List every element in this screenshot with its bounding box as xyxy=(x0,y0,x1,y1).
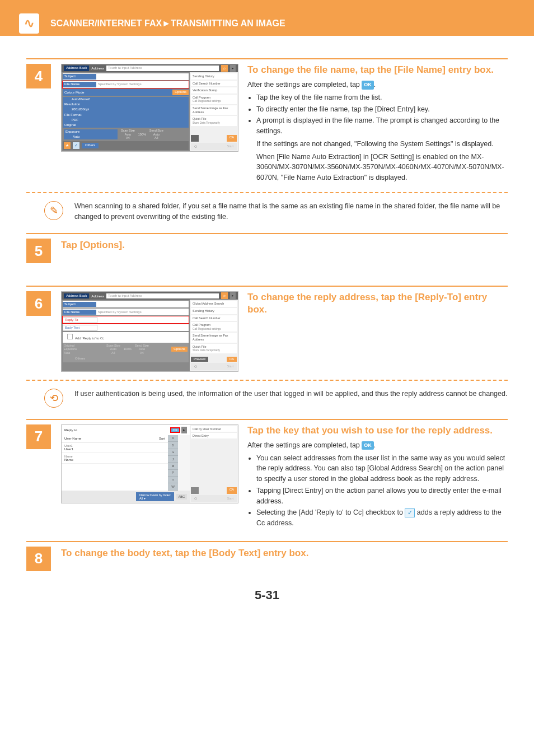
resolution-value: 200x200dpi xyxy=(63,107,189,112)
expand-icon[interactable]: ▸ xyxy=(181,427,187,433)
direct-entry[interactable]: Direct Entry xyxy=(191,433,237,438)
star-icon[interactable]: ★ xyxy=(64,142,71,149)
options-button[interactable]: Options xyxy=(172,90,189,95)
user-row[interactable]: User1User1 xyxy=(62,442,168,453)
divider xyxy=(26,419,508,420)
call-by-user-number[interactable]: Call by User Number xyxy=(191,426,237,432)
call-program[interactable]: Call ProgramCall Registered settings xyxy=(191,95,237,104)
global-address-search[interactable]: Global Address Search xyxy=(191,301,237,307)
subject-input[interactable] xyxy=(96,304,189,305)
call-search-number[interactable]: Call Search Number xyxy=(191,81,237,87)
step-6-title: To change the reply address, tap the [Re… xyxy=(247,291,508,316)
ok-icon: OK xyxy=(362,81,374,90)
others-button[interactable]: Others xyxy=(82,143,99,148)
verification-stamp[interactable]: Verification Stamp xyxy=(191,87,237,94)
bodytext-input[interactable] xyxy=(97,327,189,328)
colour-mode-label: Colour Mode xyxy=(63,90,86,95)
ok-icon: OK xyxy=(362,441,374,450)
username-header: User Name xyxy=(64,437,81,440)
ca-button[interactable]: CA xyxy=(227,487,237,494)
address-input[interactable]: Touch to input Address xyxy=(106,293,219,298)
address-book-tab[interactable]: Address Book xyxy=(64,293,89,298)
expand-icon[interactable]: ▸ xyxy=(230,65,236,72)
top-orange-strip xyxy=(0,0,534,11)
filename-input[interactable]: Specified by System Settings xyxy=(96,82,189,87)
original-label: Original xyxy=(63,123,189,128)
others-button[interactable]: Others xyxy=(64,357,85,361)
ok-button[interactable]: OK xyxy=(170,427,181,433)
call-program[interactable]: Call ProgramCall Registered settings xyxy=(191,322,237,332)
checkbox-icon: ✓ xyxy=(405,508,415,517)
narrow-down-button[interactable]: Narrow Down by IndexAll ▾ xyxy=(136,492,174,501)
exposure-label: Exposure xyxy=(64,129,118,134)
step-number: 5 xyxy=(26,239,51,263)
subject-input[interactable] xyxy=(96,76,189,77)
ca-button[interactable]: CA xyxy=(227,357,237,362)
replyto-input[interactable] xyxy=(97,319,189,320)
sending-history[interactable]: Sending History xyxy=(191,308,237,314)
replyto-title: Reply to xyxy=(64,428,77,432)
send-size-label: Send Size xyxy=(149,129,163,133)
step-4-after: After the settings are completed, tap OK… xyxy=(247,80,508,90)
step-number: 6 xyxy=(26,291,51,316)
divider xyxy=(26,286,508,287)
thumb-icon xyxy=(191,487,199,494)
send-same-image[interactable]: Send Same Image as Fax Address xyxy=(191,333,237,342)
abc-button[interactable]: ABC xyxy=(176,494,187,500)
address-book-tab[interactable]: Address Book xyxy=(64,66,89,71)
step-7: 7 Reply to OK ▸ User NameSort User1User1… xyxy=(26,424,508,530)
step-7-screenshot: Reply to OK ▸ User NameSort User1User1 N… xyxy=(61,424,237,530)
header-bar: ∿ SCANNER/INTERNET FAX►TRANSMITTING AN I… xyxy=(0,11,534,36)
step-5: 5 Tap [Options]. xyxy=(26,239,508,263)
step-number: 8 xyxy=(26,547,51,571)
step-6-screenshot: Address Book Address Touch to input Addr… xyxy=(61,291,237,371)
call-search-number[interactable]: Call Search Number xyxy=(191,315,237,321)
wheel-icon: ◌ xyxy=(194,144,197,148)
subject-label: Subject xyxy=(63,74,96,79)
ca-button[interactable]: CA xyxy=(227,135,237,142)
wheel-icon: ◌ xyxy=(194,497,197,500)
user-row[interactable]: NameName xyxy=(62,453,168,464)
colour-mode-value: Auto/Mono2 xyxy=(63,97,189,102)
breadcrumb: SCANNER/INTERNET FAX►TRANSMITTING AN IMA… xyxy=(50,18,285,29)
page-number: 5-31 xyxy=(26,588,508,603)
add-cc-checkbox[interactable] xyxy=(67,334,73,339)
filename-label: File Name xyxy=(63,82,96,87)
expand-icon[interactable]: ▸ xyxy=(230,292,236,299)
check-icon[interactable]: ✓ xyxy=(73,142,79,149)
exposure-value: Auto xyxy=(64,134,118,139)
dashed-divider xyxy=(26,380,508,381)
note-prohibit-icon: ⟲ xyxy=(44,389,63,408)
alpha-index[interactable]: ADGJMPTW xyxy=(168,435,178,491)
step-7-title: Tap the key that you wish to use for the… xyxy=(247,424,508,437)
sort-button[interactable]: Sort xyxy=(159,437,165,440)
preview-button[interactable]: Preview xyxy=(191,357,208,362)
bodytext-label: Body Text xyxy=(63,325,97,331)
divider xyxy=(26,58,508,59)
quick-file[interactable]: Quick FileStore Data Temporarily xyxy=(191,344,237,353)
address-label: Address xyxy=(91,66,104,70)
header-icon: ∿ xyxy=(19,13,39,34)
options-button[interactable]: Options xyxy=(171,347,188,352)
search-icon[interactable]: ⌕ xyxy=(221,292,228,299)
filename-label: File Name xyxy=(63,310,96,315)
step-7-bullets: You can select addresses from the user l… xyxy=(247,453,508,529)
step-4-screenshot: Address Book Address Touch to input Addr… xyxy=(61,64,237,184)
divider xyxy=(26,541,508,542)
quick-file[interactable]: Quick FileStore Data Temporarily xyxy=(191,116,237,125)
step-8: 8 To change the body text, tap the [Body… xyxy=(26,547,508,571)
step-4-bullets: Tap the key of the file name from the li… xyxy=(247,92,508,183)
sending-history[interactable]: Sending History xyxy=(191,73,237,80)
step-4: 4 Address Book Address Touch to input Ad… xyxy=(26,64,508,184)
address-label: Address xyxy=(91,294,104,298)
search-icon[interactable]: ⌕ xyxy=(221,65,228,72)
address-input[interactable]: Touch to input Address xyxy=(106,66,219,71)
step-number: 4 xyxy=(26,64,51,88)
step-6: 6 Address Book Address Touch to input Ad… xyxy=(26,291,508,371)
scan-size-label: Scan Size xyxy=(121,129,135,133)
wheel-icon: ◌ xyxy=(194,365,197,368)
filename-input[interactable]: Specified by System Settings xyxy=(96,310,189,315)
step-4-title: To change the file name, tap the [File N… xyxy=(247,64,508,76)
step-number: 7 xyxy=(26,424,51,449)
send-same-image[interactable]: Send Same Image as Fax Address xyxy=(191,105,237,115)
